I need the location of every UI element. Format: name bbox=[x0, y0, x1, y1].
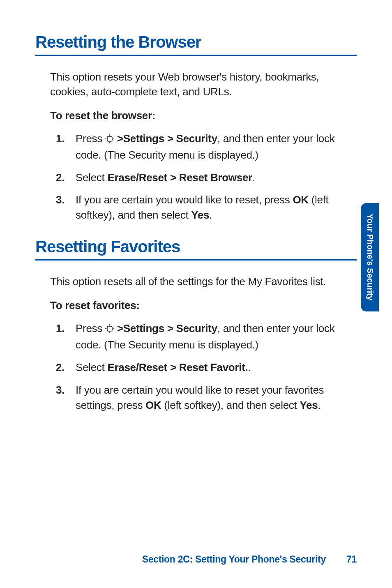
step-text: If you are certain you would like to res… bbox=[76, 194, 293, 206]
step-text: Press bbox=[76, 322, 105, 334]
subheading-reset-browser: To reset the browser: bbox=[50, 109, 357, 122]
step-text: . bbox=[248, 361, 251, 374]
menu-path: >Settings > Security bbox=[114, 322, 217, 334]
step-text: . bbox=[318, 399, 321, 411]
menu-path: Erase/Reset > Reset Favorit. bbox=[107, 361, 248, 374]
step-text: (left softkey), and then select bbox=[161, 399, 300, 411]
page-number: 71 bbox=[346, 554, 357, 565]
page-footer: Section 2C: Setting Your Phone's Securit… bbox=[35, 554, 357, 565]
nav-key-icon bbox=[105, 132, 114, 148]
step-item: Press >Settings > Security, and then ent… bbox=[56, 131, 357, 163]
intro-text-1: This option resets your Web browser's hi… bbox=[50, 70, 357, 99]
step-text: Press bbox=[76, 132, 105, 145]
option-yes: Yes bbox=[300, 399, 318, 411]
steps-list-1: Press >Settings > Security, and then ent… bbox=[50, 131, 357, 223]
svg-rect-0 bbox=[107, 136, 112, 141]
steps-list-2: Press >Settings > Security, and then ent… bbox=[50, 321, 357, 413]
softkey-ok: OK bbox=[293, 194, 308, 206]
side-tab: Your Phone's Security bbox=[361, 203, 379, 311]
subheading-reset-favorites: To reset favorites: bbox=[50, 299, 357, 312]
page-content: Resetting the Browser This option resets… bbox=[0, 0, 392, 413]
section-body-1: This option resets your Web browser's hi… bbox=[35, 70, 357, 223]
step-text: Select bbox=[76, 171, 107, 184]
menu-path: Erase/Reset > Reset Browser bbox=[107, 171, 252, 184]
step-item: Select Erase/Reset > Reset Browser. bbox=[56, 170, 357, 185]
step-item: Press >Settings > Security, and then ent… bbox=[56, 321, 357, 353]
footer-section: Section 2C: Setting Your Phone's Securit… bbox=[142, 554, 326, 565]
step-text: . bbox=[209, 209, 212, 221]
step-item: If you are certain you would like to res… bbox=[56, 383, 357, 413]
step-text: Select bbox=[76, 361, 107, 374]
option-yes: Yes bbox=[191, 209, 209, 221]
svg-rect-5 bbox=[107, 326, 112, 331]
softkey-ok: OK bbox=[145, 399, 161, 411]
intro-text-2: This option resets all of the settings f… bbox=[50, 274, 357, 289]
menu-path: >Settings > Security bbox=[114, 132, 217, 145]
heading-resetting-favorites: Resetting Favorites bbox=[35, 238, 357, 261]
step-item: If you are certain you would like to res… bbox=[56, 192, 357, 223]
section-body-2: This option resets all of the settings f… bbox=[35, 274, 357, 413]
step-text: . bbox=[252, 171, 255, 184]
step-item: Select Erase/Reset > Reset Favorit.. bbox=[56, 360, 357, 375]
heading-resetting-browser: Resetting the Browser bbox=[35, 33, 357, 56]
nav-key-icon bbox=[105, 322, 114, 337]
